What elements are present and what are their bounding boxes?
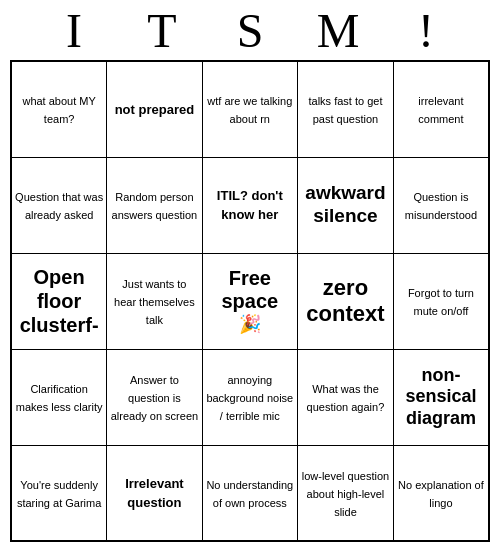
cell-1-2: ITIL? don't know her [202, 157, 298, 253]
cell-text: zero context [306, 275, 384, 326]
cell-text: not prepared [115, 102, 194, 117]
cell-text: talks fast to get past question [308, 95, 382, 125]
cell-text: wtf are we talking about rn [207, 95, 292, 125]
cell-1-0: Question that was already asked [11, 157, 107, 253]
cell-text: Question that was already asked [15, 191, 103, 221]
cell-text: No explanation of lingo [398, 479, 484, 509]
cell-text: Random person answers question [112, 191, 198, 221]
free-space-emoji: 🎉 [239, 314, 261, 334]
cell-3-0: Clarification makes less clarity [11, 349, 107, 445]
cell-1-1: Random person answers question [107, 157, 202, 253]
cell-3-2: annoying background noise / terrible mic [202, 349, 298, 445]
cell-text: awkward silence [305, 182, 385, 226]
title-letter-s: S [206, 3, 294, 58]
cell-2-4: Forgot to turn mute on/off [393, 253, 489, 349]
cell-text: You're suddenly staring at Garima [17, 479, 101, 509]
cell-0-0: what about MY team? [11, 61, 107, 157]
free-space-text: Free space [221, 267, 278, 312]
cell-0-1: not prepared [107, 61, 202, 157]
cell-1-3: awkward silence [298, 157, 394, 253]
title-row: I T S M ! [0, 0, 500, 60]
cell-text: Answer to question is already on screen [111, 374, 198, 422]
cell-4-3: low-level question about high-level slid… [298, 445, 394, 541]
cell-text: What was the question again? [307, 383, 385, 413]
cell-text: low-level question about high-level slid… [302, 470, 389, 518]
cell-2-2: Free space🎉 [202, 253, 298, 349]
cell-text: irrelevant comment [418, 95, 463, 125]
cell-4-0: You're suddenly staring at Garima [11, 445, 107, 541]
cell-0-4: irrelevant comment [393, 61, 489, 157]
cell-text: No understanding of own process [206, 479, 293, 509]
cell-text: annoying background noise / terrible mic [206, 374, 293, 422]
cell-0-3: talks fast to get past question [298, 61, 394, 157]
cell-3-1: Answer to question is already on screen [107, 349, 202, 445]
cell-4-4: No explanation of lingo [393, 445, 489, 541]
cell-4-1: Irrelevant question [107, 445, 202, 541]
bingo-grid: what about MY team?not preparedwtf are w… [10, 60, 490, 542]
cell-text: non-sensical diagram [405, 365, 476, 428]
cell-text: Question is misunderstood [405, 191, 477, 221]
cell-4-2: No understanding of own process [202, 445, 298, 541]
cell-text: Forgot to turn mute on/off [408, 287, 474, 317]
cell-text: what about MY team? [22, 95, 95, 125]
cell-2-3: zero context [298, 253, 394, 349]
title-letter-i: I [30, 3, 118, 58]
cell-text: Open floor clusterf- [20, 266, 99, 336]
cell-3-3: What was the question again? [298, 349, 394, 445]
cell-text: Clarification makes less clarity [16, 383, 103, 413]
cell-3-4: non-sensical diagram [393, 349, 489, 445]
cell-text: Just wants to hear themselves talk [114, 278, 195, 326]
title-letter-t: T [118, 3, 206, 58]
cell-2-0: Open floor clusterf- [11, 253, 107, 349]
cell-text: Irrelevant question [125, 476, 184, 510]
cell-1-4: Question is misunderstood [393, 157, 489, 253]
cell-0-2: wtf are we talking about rn [202, 61, 298, 157]
title-letter-m: M [294, 3, 382, 58]
cell-text: ITIL? don't know her [217, 188, 283, 222]
title-letter-exclaim: ! [382, 3, 470, 58]
cell-2-1: Just wants to hear themselves talk [107, 253, 202, 349]
